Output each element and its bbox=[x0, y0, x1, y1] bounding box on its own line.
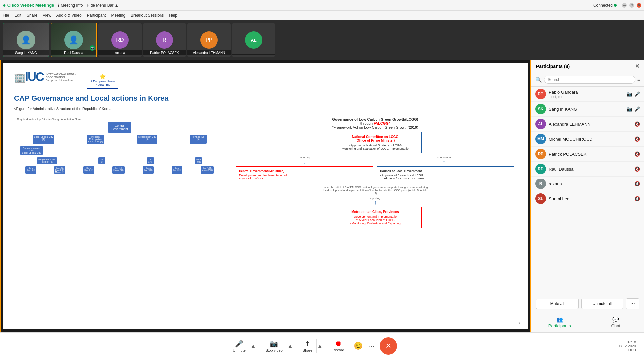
app-name: Cisco Webex Meetings bbox=[7, 3, 54, 8]
eu-logo: ⭐ A European UnionProgramme bbox=[87, 71, 118, 89]
menu-edit[interactable]: Edit bbox=[14, 13, 21, 18]
participants-tab-icon: 👥 bbox=[556, 316, 563, 323]
main-content: 🏢IUC INTERNATIONAL URBAN COOPERATIONEuro… bbox=[0, 60, 644, 332]
hide-menu-button[interactable]: Hide Menu Bar ▲ bbox=[87, 3, 118, 8]
share-button[interactable]: ⬆ Share bbox=[299, 338, 316, 354]
menu-meeting[interactable]: Meeting bbox=[111, 13, 125, 18]
end-call-icon: ✕ bbox=[385, 342, 391, 350]
share-dropdown[interactable]: ▲ bbox=[316, 339, 323, 353]
bottom-toolbar: 🎤 Unmute ▲ 📷 Stop video ▲ ⬆ Share ▲ ⏺ Re… bbox=[0, 332, 644, 359]
list-item: SL Sunmi Lee 🔇 bbox=[531, 191, 644, 206]
participant-role: Host, me bbox=[549, 95, 624, 99]
mic-muted-icon: 🔇 bbox=[634, 196, 640, 201]
tab-chat[interactable]: 💬 Chat bbox=[588, 313, 644, 332]
video-thumb-3[interactable]: RD roxana bbox=[98, 23, 142, 57]
cisco-logo-icon: ● bbox=[3, 2, 6, 8]
participant-name: Sunmi Lee bbox=[549, 196, 632, 201]
menu-view[interactable]: View bbox=[43, 13, 51, 18]
menu-share[interactable]: Share bbox=[27, 13, 37, 18]
mic-icon: 🎤 bbox=[634, 91, 640, 97]
participants-sidebar: Participants (8) ✕ 🔍 ≡ PG Pablo Gándara … bbox=[531, 60, 644, 332]
info-icon: ℹ bbox=[58, 3, 59, 8]
title-bar-right: Connected — □ ✕ bbox=[593, 3, 641, 8]
stop-video-dropdown[interactable]: ▲ bbox=[287, 339, 293, 353]
video-icon: 📷 bbox=[627, 106, 632, 112]
menu-participant[interactable]: Participant bbox=[87, 13, 106, 18]
restore-button[interactable]: □ bbox=[629, 3, 634, 8]
stop-video-group: 📷 Stop video ▲ bbox=[262, 338, 293, 354]
share-group: ⬆ Share ▲ bbox=[299, 338, 323, 354]
video-thumb-label-6 bbox=[232, 54, 275, 55]
video-thumb-label-4: Patrick POLACSEK bbox=[143, 50, 186, 55]
title-bar: ● Cisco Webex Meetings ℹ Meeting Info Hi… bbox=[0, 0, 644, 11]
participant-name: Raul Daussa bbox=[549, 167, 632, 172]
sidebar-footer: Mute all Unmute all ⋯ bbox=[531, 295, 644, 313]
sidebar-tabs: 👥 Participants 💬 Chat bbox=[531, 313, 644, 332]
menu-breakout-sessions[interactable]: Breakout Sessions bbox=[131, 13, 164, 18]
sidebar-header: Participants (8) ✕ bbox=[531, 60, 644, 73]
video-thumb-2[interactable]: 👤 Raul Daussa 📷 bbox=[51, 23, 97, 57]
tab-participants[interactable]: 👥 Participants bbox=[531, 313, 588, 332]
datetime-status: 07:18 08.12.2020 DEU bbox=[618, 340, 636, 352]
window-controls[interactable]: — □ ✕ bbox=[622, 3, 641, 8]
participant-icons: 🔇 bbox=[634, 166, 640, 172]
participant-name: Pablo Gándara bbox=[549, 90, 624, 95]
participant-info: Alexandra LEHMANN bbox=[549, 122, 632, 127]
avatar: SL bbox=[535, 193, 546, 204]
video-thumb-label-2: Raul Daussa bbox=[51, 50, 96, 55]
list-item: SK Sang In KANG 📷 🎤 bbox=[531, 102, 644, 117]
participant-icons: 📷 🎤 bbox=[627, 106, 640, 112]
video-thumb-label-1: Sang In KANG bbox=[3, 50, 49, 55]
unmute-button[interactable]: 🎤 Unmute bbox=[229, 338, 250, 354]
menu-audio-video[interactable]: Audio & Video bbox=[56, 13, 82, 18]
participant-info: roxana bbox=[549, 181, 632, 186]
search-input[interactable] bbox=[544, 76, 635, 84]
meeting-info-button[interactable]: ℹ Meeting Info bbox=[58, 3, 83, 8]
lcgg-diagram: Governance of Low Carbon Green Growth(LC… bbox=[233, 115, 517, 321]
mic-muted-icon: 🔇 bbox=[634, 166, 640, 172]
sidebar-close-button[interactable]: ✕ bbox=[635, 63, 639, 69]
emoji-button[interactable]: 😊 bbox=[354, 342, 363, 350]
unmute-all-button[interactable]: Unmute all bbox=[581, 299, 624, 309]
participant-icons: 📷 🎤 bbox=[627, 91, 640, 97]
unmute-group: 🎤 Unmute ▲ bbox=[229, 338, 256, 354]
menu-help[interactable]: Help bbox=[169, 13, 177, 18]
video-thumb-1[interactable]: 👤 Sang In KANG bbox=[3, 23, 49, 57]
list-item: PG Pablo Gándara Host, me 📷 🎤 bbox=[531, 87, 644, 102]
sort-icon[interactable]: ≡ bbox=[637, 77, 640, 82]
participant-info: Sang In KANG bbox=[549, 107, 624, 112]
list-item: R roxana 🔇 bbox=[531, 177, 644, 191]
share-icon: ⬆ bbox=[305, 340, 310, 348]
participant-info: Raul Daussa bbox=[549, 167, 632, 172]
end-call-button[interactable]: ✕ bbox=[380, 337, 397, 355]
record-button[interactable]: ⏺ Record bbox=[328, 338, 348, 354]
list-item: AL Alexandra LEHMANN 🔇 bbox=[531, 117, 644, 132]
mute-all-button[interactable]: Mute all bbox=[536, 299, 579, 309]
unmute-dropdown[interactable]: ▲ bbox=[250, 339, 256, 353]
participant-icons: 🔇 bbox=[634, 196, 640, 201]
minimize-button[interactable]: — bbox=[622, 3, 627, 8]
video-thumb-4[interactable]: R Patrick POLACSEK bbox=[143, 23, 186, 57]
avatar: AL bbox=[535, 119, 546, 129]
avatar: SK bbox=[535, 104, 546, 114]
participant-list: PG Pablo Gándara Host, me 📷 🎤 SK Sang In… bbox=[531, 87, 644, 295]
list-item: PP Patrick POLACSEK 🔇 bbox=[531, 147, 644, 162]
video-thumb-label-5: Alexandra LEHMANN bbox=[187, 50, 231, 55]
close-button[interactable]: ✕ bbox=[637, 3, 641, 8]
video-thumb-5[interactable]: PP Alexandra LEHMANN bbox=[187, 23, 231, 57]
participant-icons: 🔇 bbox=[634, 136, 640, 142]
stop-video-button[interactable]: 📷 Stop video bbox=[262, 338, 287, 354]
participant-name: Patrick POLACSEK bbox=[549, 152, 632, 157]
admin-structure-diagram: Required to develop Climate Change Adapt… bbox=[14, 115, 225, 321]
sidebar-more-button[interactable]: ⋯ bbox=[626, 298, 639, 309]
camera-icon: 📷 bbox=[270, 340, 278, 348]
participant-name: Michel MOUCHIROUD bbox=[549, 137, 632, 142]
video-thumb-6[interactable]: AL bbox=[232, 23, 275, 57]
presentation-area: 🏢IUC INTERNATIONAL URBAN COOPERATIONEuro… bbox=[0, 60, 531, 332]
record-icon: ⏺ bbox=[335, 340, 342, 347]
slide: 🏢IUC INTERNATIONAL URBAN COOPERATIONEuro… bbox=[3, 63, 528, 329]
more-options-button[interactable]: ⋯ bbox=[368, 342, 375, 350]
connection-status: Connected bbox=[593, 3, 617, 8]
iuc-logo: 🏢IUC INTERNATIONAL URBAN COOPERATIONEuro… bbox=[14, 71, 79, 83]
menu-file[interactable]: File bbox=[3, 13, 9, 18]
